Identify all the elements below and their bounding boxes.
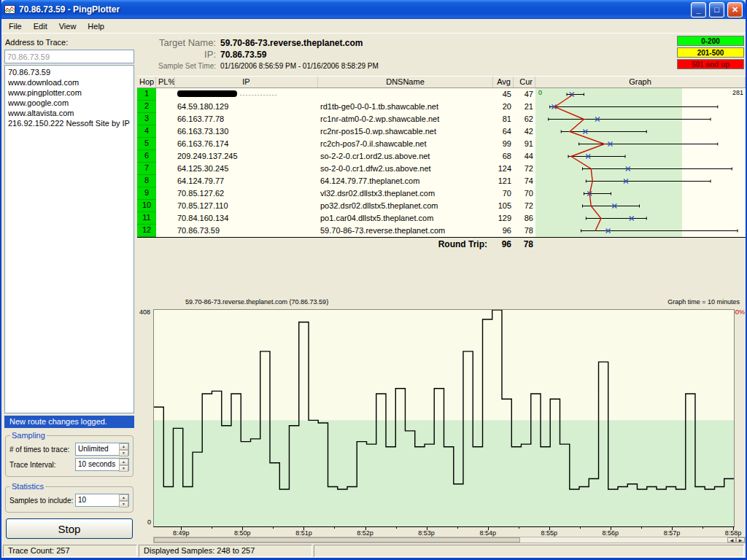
pingplotter-window: 70.86.73.59 - PingPlotter _ □ ✕ FileEdit… — [0, 0, 747, 560]
cur-cell: 62 — [514, 113, 535, 125]
x-axis-label: 8:50p — [234, 529, 251, 537]
dns-cell: rc1nr-atm0-0-2.wp.shawcable.net — [318, 113, 493, 125]
column-header-hop[interactable]: Hop — [137, 77, 156, 88]
spinner-updown-icon[interactable]: ▲▼ — [119, 494, 128, 506]
avg-cell: 70 — [493, 187, 514, 200]
list-item[interactable]: 70.86.73.59 — [5, 67, 133, 77]
x-axis-minor-tick — [580, 526, 581, 529]
legend-item: 201-500 — [677, 47, 744, 58]
dns-cell — [318, 88, 493, 101]
address-input[interactable] — [4, 50, 134, 63]
hop-number: 2 — [137, 101, 156, 113]
status-bar-filler — [314, 545, 744, 557]
avg-cell: 68 — [493, 150, 514, 163]
x-axis-label: 8:57p — [664, 529, 681, 537]
column-header-pl[interactable]: PL% — [156, 77, 175, 88]
close-button[interactable]: ✕ — [727, 2, 743, 18]
timeline-scrollbar[interactable]: ◀ ▶ — [153, 537, 746, 543]
timeline-header: 59.70-86-73.reverse.theplanet.com (70.86… — [137, 297, 746, 307]
packet-loss-cell — [156, 125, 175, 138]
menu-edit[interactable]: Edit — [28, 20, 53, 32]
hop-number: 12 — [137, 225, 156, 237]
spinner-updown-icon[interactable]: ▲▼ — [119, 443, 128, 455]
times-to-trace-row: # of times to trace: Unlimited ▲▼ — [9, 443, 129, 456]
x-axis: 8:49p8:50p8:51p8:52p8:53p8:54p8:55p8:56p… — [153, 527, 735, 537]
round-trip-row: Round Trip: 96 78 — [137, 237, 746, 252]
x-axis-label: 8:58p — [725, 529, 742, 537]
column-header-dnsname[interactable]: DNSName — [318, 77, 493, 88]
y-axis-max-label: 408 — [139, 308, 150, 316]
dns-cell: po32.dsr02.dllstx5.theplanet.com — [318, 200, 493, 212]
x-axis-tick — [181, 526, 182, 530]
column-header-graph[interactable]: Graph — [535, 77, 746, 88]
spinner-updown-icon[interactable]: ▲▼ — [119, 459, 128, 470]
list-item[interactable]: www.pingplotter.com — [5, 88, 133, 98]
list-item[interactable]: www.altavista.com — [5, 108, 133, 118]
scrollbar-thumb[interactable] — [154, 537, 520, 542]
round-trip-avg: 96 — [493, 238, 514, 252]
hop-number: 10 — [137, 200, 156, 212]
statistics-group: Statistics Samples to include: 10 ▲▼ — [5, 482, 133, 513]
stop-button[interactable]: Stop — [6, 518, 133, 539]
trace-interval-row: Trace Interval: 10 seconds ▲▼ — [9, 458, 129, 471]
list-item[interactable]: www.download.com — [5, 77, 133, 88]
sampling-group: Sampling # of times to trace: Unlimited … — [5, 431, 133, 477]
hop-number: 7 — [137, 163, 156, 175]
x-axis-minor-tick — [334, 526, 335, 529]
address-list[interactable]: 70.86.73.59www.download.comwww.pingplott… — [4, 65, 134, 413]
hop-number: 9 — [137, 187, 156, 200]
maximize-button[interactable]: □ — [709, 2, 724, 18]
menu-help[interactable]: Help — [82, 20, 110, 32]
packet-loss-cell — [156, 138, 175, 150]
avg-cell: 129 — [493, 212, 514, 225]
cur-cell: 47 — [514, 88, 535, 101]
menu-file[interactable]: File — [3, 20, 28, 32]
ip-cell: 66.163.73.130 — [175, 125, 318, 138]
target-name-label: Target Name: — [144, 37, 220, 49]
hop-table: HopPL%IPDNSNameAvgCurGraph 0 281 1 -----… — [137, 76, 746, 252]
latency-timeline-plot[interactable] — [153, 309, 735, 527]
hop-range-graph — [535, 88, 746, 237]
spacer — [137, 252, 746, 297]
packet-loss-cell — [156, 200, 175, 212]
trace-interval-select[interactable]: 10 seconds ▲▼ — [75, 458, 129, 471]
trace-interval-label: Trace Interval: — [9, 461, 56, 469]
column-header-avg[interactable]: Avg — [493, 77, 514, 88]
avg-cell: 124 — [493, 163, 514, 175]
sample-set-time-value: 01/16/2006 8:56:59 PM - 01/16/2006 8:58:… — [220, 61, 379, 72]
dns-cell: rc2ch-pos7-0.il.shawcable.net — [318, 138, 493, 150]
statistics-title: Statistics — [10, 482, 45, 491]
table-body: 0 281 1 -------------4547264.59.180.129r… — [137, 88, 746, 237]
samples-include-value: 10 — [76, 494, 119, 506]
samples-include-label: Samples to include: — [9, 497, 73, 505]
times-to-trace-select[interactable]: Unlimited ▲▼ — [75, 443, 129, 456]
column-header-cur[interactable]: Cur — [514, 77, 535, 88]
scroll-left-button[interactable]: ◀ — [727, 537, 736, 542]
samples-include-spinner[interactable]: 10 ▲▼ — [75, 494, 129, 507]
x-axis-minor-tick — [641, 526, 642, 529]
scroll-right-button[interactable]: ▶ — [736, 537, 745, 542]
samples-include-row: Samples to include: 10 ▲▼ — [9, 494, 129, 507]
cur-cell: 21 — [514, 101, 535, 113]
minimize-button[interactable]: _ — [691, 2, 706, 18]
menu-view[interactable]: View — [53, 20, 82, 32]
list-item[interactable]: www.google.com — [5, 98, 133, 108]
cur-cell: 91 — [514, 138, 535, 150]
address-to-trace-label: Address to Trace: — [5, 38, 133, 47]
cur-cell: 44 — [514, 150, 535, 163]
ip-label: IP: — [144, 49, 220, 61]
packet-loss-cell — [156, 225, 175, 237]
list-item[interactable]: 216.92.150.222 Nessoft Site by IP — [5, 118, 133, 128]
round-trip-cur: 78 — [514, 238, 535, 252]
displayed-samples-status: Displayed Samples: 248 to 257 — [139, 545, 312, 557]
hop-number: 11 — [137, 212, 156, 225]
avg-cell: 20 — [493, 101, 514, 113]
main-panel: Target Name: 59.70-86-73.reverse.theplan… — [137, 34, 746, 543]
avg-cell: 99 — [493, 138, 514, 150]
ip-cell: 70.85.127.62 — [175, 187, 318, 200]
menu-bar: FileEditViewHelp — [1, 19, 746, 34]
status-bar: Trace Count: 257 Displayed Samples: 248 … — [1, 543, 746, 558]
sampling-title: Sampling — [10, 431, 47, 440]
cur-cell: 74 — [514, 175, 535, 187]
column-header-ip[interactable]: IP — [175, 77, 318, 88]
